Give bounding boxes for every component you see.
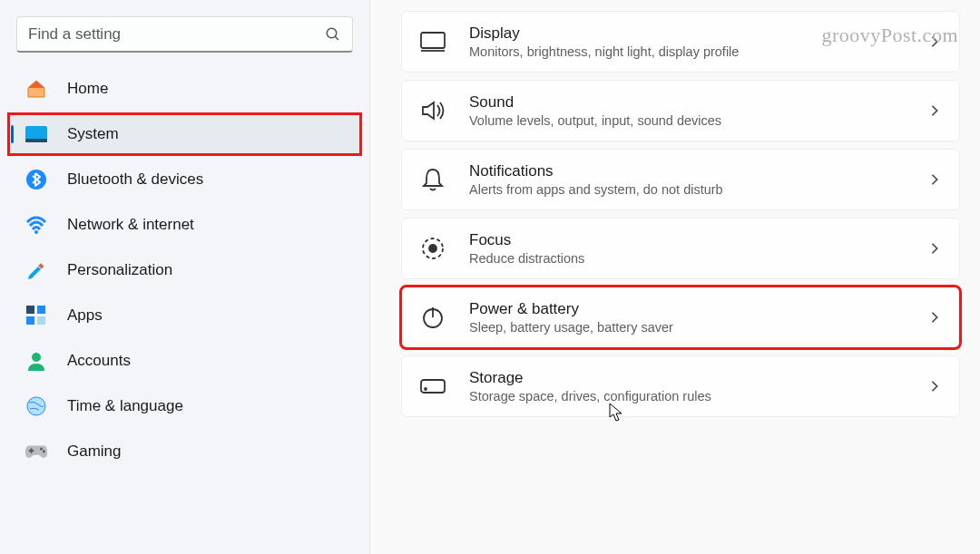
chevron-right-icon (928, 35, 941, 48)
notifications-icon (420, 167, 446, 192)
system-icon (25, 123, 47, 145)
sidebar-item-system[interactable]: System (9, 114, 360, 154)
sidebar-item-home[interactable]: Home (9, 69, 360, 109)
svg-rect-2 (25, 126, 47, 141)
display-icon (420, 29, 446, 54)
card-title: Notifications (469, 162, 928, 180)
search-icon (325, 26, 341, 43)
power-icon (420, 305, 446, 330)
apps-icon (25, 305, 47, 326)
sidebar-item-label: Time & language (67, 397, 183, 415)
chevron-right-icon (928, 242, 941, 255)
card-desc: Monitors, brightness, night light, displ… (469, 44, 928, 59)
system-card-sound[interactable]: Sound Volume levels, output, input, soun… (401, 80, 960, 141)
sidebar-item-label: Bluetooth & devices (67, 170, 203, 189)
card-text: Storage Storage space, drives, configura… (469, 369, 928, 403)
card-text: Sound Volume levels, output, input, soun… (469, 93, 928, 128)
content-pane: groovyPost.com Display Monitors, brightn… (370, 0, 980, 554)
sidebar-nav-list: Home System Bluetooth & devices Network … (0, 69, 369, 471)
svg-rect-9 (26, 316, 34, 325)
svg-rect-3 (25, 139, 47, 142)
chevron-right-icon (928, 104, 941, 117)
settings-sidebar: Home System Bluetooth & devices Network … (0, 0, 370, 554)
svg-point-20 (429, 245, 436, 252)
network-icon (25, 214, 47, 236)
svg-rect-23 (421, 380, 445, 393)
sidebar-item-label: Personalization (67, 261, 172, 279)
card-desc: Alerts from apps and system, do not dist… (469, 182, 928, 197)
sidebar-item-label: Accounts (67, 352, 131, 370)
sidebar-item-label: Apps (67, 306, 103, 325)
svg-point-24 (425, 388, 426, 390)
sidebar-item-label: Gaming (67, 442, 122, 461)
card-text: Notifications Alerts from apps and syste… (469, 162, 928, 197)
system-card-display[interactable]: Display Monitors, brightness, night ligh… (401, 11, 960, 73)
card-text: Power & battery Sleep, battery usage, ba… (469, 300, 928, 335)
sound-icon (420, 98, 446, 123)
svg-point-12 (27, 397, 45, 415)
card-title: Display (469, 24, 928, 43)
svg-point-13 (40, 448, 43, 451)
svg-rect-7 (26, 306, 34, 314)
sidebar-item-network[interactable]: Network & internet (9, 205, 360, 245)
svg-point-14 (43, 451, 45, 453)
system-card-storage[interactable]: Storage Storage space, drives, configura… (401, 355, 960, 417)
sidebar-item-apps[interactable]: Apps (9, 296, 360, 335)
card-desc: Reduce distractions (469, 251, 928, 266)
bluetooth-icon (25, 169, 47, 190)
sidebar-item-time[interactable]: Time & language (9, 386, 360, 426)
sidebar-item-accounts[interactable]: Accounts (9, 341, 360, 381)
card-title: Power & battery (469, 300, 928, 318)
card-title: Sound (469, 93, 928, 112)
sidebar-item-label: Home (67, 80, 108, 98)
home-icon (25, 78, 47, 100)
card-desc: Storage space, drives, configuration rul… (469, 389, 928, 403)
chevron-right-icon (928, 311, 941, 324)
svg-point-11 (32, 353, 41, 362)
sidebar-item-label: Network & internet (67, 216, 194, 234)
sidebar-item-label: System (67, 125, 119, 143)
system-card-notifications[interactable]: Notifications Alerts from apps and syste… (401, 149, 960, 210)
system-card-power-battery[interactable]: Power & battery Sleep, battery usage, ba… (401, 287, 960, 348)
card-text: Display Monitors, brightness, night ligh… (469, 24, 928, 59)
card-desc: Sleep, battery usage, battery saver (469, 320, 928, 335)
svg-line-1 (335, 36, 338, 40)
sidebar-item-bluetooth[interactable]: Bluetooth & devices (9, 160, 360, 199)
svg-rect-17 (421, 33, 445, 48)
personalization-icon (25, 259, 47, 281)
focus-icon (420, 236, 446, 261)
svg-point-0 (327, 28, 337, 38)
chevron-right-icon (928, 173, 941, 186)
card-title: Focus (469, 231, 928, 249)
sidebar-item-personalization[interactable]: Personalization (9, 250, 360, 290)
chevron-right-icon (928, 380, 941, 393)
card-text: Focus Reduce distractions (469, 231, 928, 266)
system-card-focus[interactable]: Focus Reduce distractions (401, 218, 960, 279)
gaming-icon (25, 441, 47, 462)
svg-rect-16 (31, 448, 33, 453)
svg-point-5 (34, 230, 38, 234)
accounts-icon (25, 350, 47, 372)
storage-icon (420, 374, 446, 399)
svg-rect-8 (37, 306, 45, 314)
search-input[interactable] (28, 25, 325, 44)
sidebar-item-gaming[interactable]: Gaming (9, 432, 360, 471)
time-language-icon (25, 395, 47, 417)
card-desc: Volume levels, output, input, sound devi… (469, 113, 928, 128)
svg-rect-10 (37, 316, 45, 325)
search-container (16, 16, 353, 53)
card-title: Storage (469, 369, 928, 387)
